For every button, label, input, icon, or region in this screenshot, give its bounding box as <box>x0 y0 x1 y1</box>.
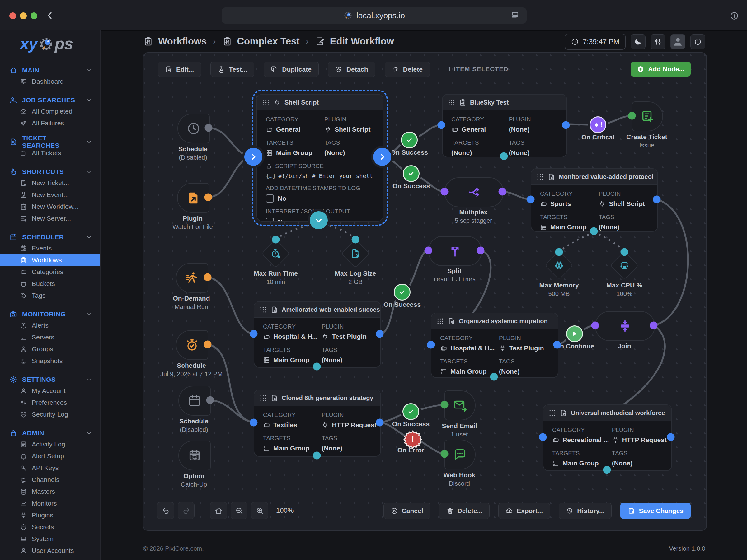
node-header[interactable]: BlueSky Test <box>443 95 566 110</box>
node-web-hook[interactable] <box>444 439 475 470</box>
sidebar-section-job-searches[interactable]: JOB SEARCHES <box>0 95 100 105</box>
port-purple[interactable] <box>650 322 658 329</box>
port-teal[interactable] <box>313 363 321 371</box>
port-teal[interactable] <box>621 248 628 256</box>
sidebar-item-channels[interactable]: Channels <box>0 474 100 486</box>
sidebar-item-alert-setup[interactable]: Alert Setup <box>0 450 100 462</box>
port-orange[interactable] <box>205 193 212 201</box>
node-multiplex[interactable] <box>444 177 504 207</box>
port-blue[interactable] <box>562 121 570 129</box>
sidebar-item-groups[interactable]: Groups <box>0 343 100 355</box>
port-teal[interactable] <box>500 153 508 160</box>
sidebar-item-activity-log[interactable]: Activity Log <box>0 438 100 450</box>
edit-button[interactable]: Edit... <box>158 61 201 77</box>
cancel-button[interactable]: Cancel <box>383 503 431 519</box>
node-create-ticket[interactable] <box>632 101 663 131</box>
node-schedule-jul9[interactable] <box>176 330 208 360</box>
port-blue[interactable] <box>667 433 675 441</box>
port-teal[interactable] <box>272 236 280 244</box>
node-header[interactable]: Ameliorated web-enabled success <box>254 302 380 318</box>
sidebar-item-all-completed[interactable]: All Completed <box>0 105 100 117</box>
sidebar-item-plugins[interactable]: Plugins <box>0 509 100 521</box>
port-teal[interactable] <box>590 228 598 235</box>
window-controls[interactable] <box>9 12 37 19</box>
port-blue[interactable] <box>376 330 384 338</box>
port-blue[interactable] <box>539 433 547 441</box>
sidebar-section-shortcuts[interactable]: SHORTCUTS <box>0 166 100 177</box>
sidebar-item-categories[interactable]: Categories <box>0 266 100 278</box>
sidebar-section-ticket-searches[interactable]: TICKET SEARCHES <box>0 137 100 147</box>
sidebar-section-monitoring[interactable]: MONITORING <box>0 309 100 320</box>
node-schedule-disabled-2[interactable] <box>178 386 211 416</box>
node-header[interactable]: Organized systemic migration <box>431 313 558 329</box>
node-organized-migration[interactable]: Organized systemic migrationCATEGORYHosp… <box>431 313 558 378</box>
port-purple[interactable] <box>424 247 432 255</box>
port-purple[interactable] <box>441 188 448 196</box>
port-purple[interactable] <box>591 322 599 329</box>
display-settings-button[interactable] <box>650 34 666 49</box>
breadcrumb-complex-test[interactable]: Complex Test <box>237 36 300 47</box>
sidebar-item-preferences[interactable]: Preferences <box>0 397 100 408</box>
port-blue[interactable] <box>438 121 445 129</box>
app-logo[interactable]: xy ps <box>0 30 100 57</box>
port-blue[interactable] <box>376 419 384 427</box>
port-teal[interactable] <box>603 466 611 474</box>
theme-toggle-button[interactable] <box>630 34 646 49</box>
redo-button[interactable] <box>178 502 195 519</box>
port-teal[interactable] <box>352 236 360 244</box>
port-blue[interactable] <box>250 330 258 338</box>
sidebar-item-workflows[interactable]: Workflows <box>0 254 100 266</box>
browser-back-button[interactable] <box>46 11 55 20</box>
node-join[interactable] <box>595 311 655 341</box>
zoom-out-button[interactable] <box>231 502 248 519</box>
sidebar-item-api-keys[interactable]: API Keys <box>0 462 100 474</box>
breadcrumb-edit-workflow[interactable]: Edit Workflow <box>330 36 394 47</box>
save-changes-button[interactable]: Save Changes <box>620 503 691 519</box>
port-green[interactable] <box>441 401 448 409</box>
node-header[interactable]: Shell Script <box>257 95 383 110</box>
port-purple[interactable] <box>477 247 485 255</box>
delete-button[interactable]: Delete... <box>439 503 490 519</box>
sidebar-item-all-failures[interactable]: All Failures <box>0 117 100 129</box>
node-option-catch-up[interactable] <box>178 441 211 471</box>
node-split[interactable] <box>428 236 482 266</box>
sidebar-item-monitors[interactable]: Monitors <box>0 498 100 509</box>
sidebar-item-user-accounts[interactable]: User Accounts <box>0 545 100 557</box>
port-teal[interactable] <box>490 373 498 381</box>
history-button[interactable]: History... <box>559 503 612 519</box>
fit-home-button[interactable] <box>210 502 227 519</box>
expand-connector[interactable] <box>310 211 328 229</box>
undo-button[interactable] <box>157 502 174 519</box>
sidebar-item-secrets[interactable]: Secrets <box>0 521 100 533</box>
port-purple[interactable] <box>499 188 507 196</box>
sidebar-item-security-log[interactable]: Security Log <box>0 408 100 420</box>
duplicate-button[interactable]: Duplicate <box>264 61 319 77</box>
sidebar-item-masters[interactable]: Masters <box>0 486 100 498</box>
sidebar-item-system[interactable]: System <box>0 533 100 545</box>
port-orange[interactable] <box>204 341 212 348</box>
node-monitored-protocol[interactable]: Monitored value-added protocolCATEGORYSp… <box>531 168 658 232</box>
breadcrumb-workflows[interactable]: Workflows <box>158 36 207 47</box>
detach-button[interactable]: Detach <box>328 61 376 77</box>
sidebar-item-user-roles[interactable]: User Roles <box>0 557 100 560</box>
sidebar-section-scheduler[interactable]: SCHEDULER <box>0 232 100 242</box>
sidebar-item-new-ticket[interactable]: New Ticket... <box>0 177 100 189</box>
avatar[interactable] <box>670 34 686 49</box>
port-blue[interactable] <box>427 341 435 349</box>
workflow-canvas[interactable]: Shell ScriptCATEGORYGeneralPLUGINShell S… <box>143 52 707 531</box>
sidebar-section-admin[interactable]: ADMIN <box>0 428 100 438</box>
port-blue[interactable] <box>653 196 661 204</box>
delete-button[interactable]: Delete <box>385 61 430 77</box>
sidebar-item-new-event[interactable]: New Event... <box>0 189 100 201</box>
port-green[interactable] <box>441 450 448 458</box>
close-window-button[interactable] <box>9 12 16 19</box>
script-source[interactable]: SCRIPT SOURCE{…}#!/bin/sh # Enter your s… <box>257 157 383 179</box>
node-header[interactable]: Cloned 6th generation strategy <box>254 390 380 406</box>
node-cloned-strategy[interactable]: Cloned 6th generation strategyCATEGORYTe… <box>254 390 381 457</box>
node-bluesky-test[interactable]: BlueSky TestCATEGORYGeneralPLUGIN(None)T… <box>442 94 567 157</box>
flow-connector[interactable] <box>373 148 391 166</box>
add-node-button[interactable]: Add Node... <box>630 61 691 77</box>
node-header[interactable]: Universal methodical workforce <box>543 405 671 421</box>
sidebar-item-servers[interactable]: Servers <box>0 331 100 343</box>
sidebar-section-main[interactable]: MAIN <box>0 65 100 76</box>
